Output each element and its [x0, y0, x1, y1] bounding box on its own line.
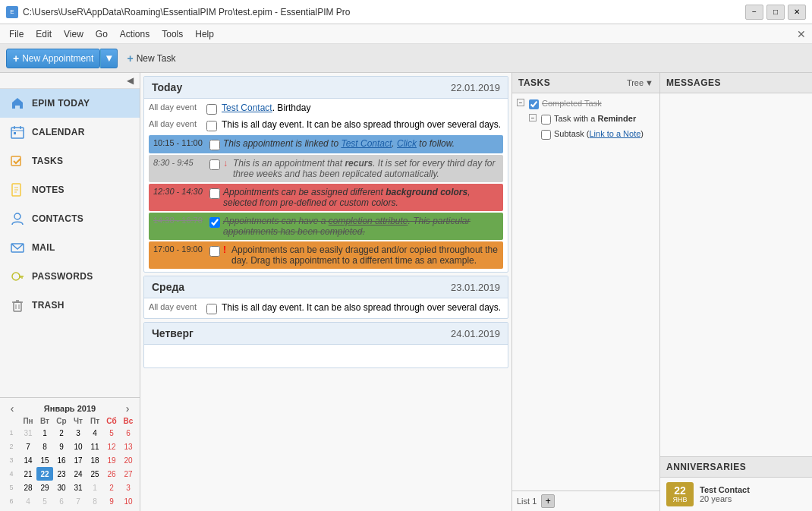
- add-list-button[interactable]: +: [541, 494, 555, 508]
- task-expand-completed[interactable]: −: [517, 99, 524, 106]
- minimize-button[interactable]: −: [745, 5, 763, 20]
- calendar-day[interactable]: 6: [53, 494, 70, 508]
- click-link[interactable]: Click: [397, 138, 417, 149]
- calendar-day[interactable]: 3: [70, 426, 87, 440]
- calendar-day[interactable]: 27: [120, 467, 137, 481]
- maximize-button[interactable]: □: [766, 5, 785, 20]
- mini-cal-prev-button[interactable]: ‹: [6, 402, 18, 415]
- calendar-day[interactable]: 10: [120, 494, 137, 508]
- close-button[interactable]: ✕: [788, 5, 806, 20]
- event-draggable[interactable]: 17:00 - 19:00 ! Appointments can be easi…: [149, 241, 503, 269]
- calendar-day[interactable]: 30: [53, 481, 70, 494]
- calendar-day[interactable]: 22: [36, 467, 53, 481]
- calendar-day[interactable]: 12: [103, 440, 120, 453]
- event-check-recurring[interactable]: [209, 159, 220, 170]
- calendar-day[interactable]: 10: [70, 440, 87, 453]
- task-expand-reminder[interactable]: −: [529, 114, 537, 121]
- menu-help[interactable]: Help: [189, 27, 220, 41]
- calendar-day[interactable]: 15: [36, 453, 53, 467]
- calendar-day[interactable]: 2: [53, 426, 70, 440]
- sidebar-item-contacts[interactable]: CONTACTS: [0, 204, 140, 233]
- event-check-linked[interactable]: [209, 140, 220, 150]
- tasks-view-button[interactable]: Tree ▼: [627, 78, 653, 87]
- test-contact-link-appt[interactable]: Test Contact: [341, 138, 392, 149]
- epim-today-label: EPIM TODAY: [32, 98, 90, 109]
- event-colors[interactable]: 12:30 - 14:30 Appointments can be assign…: [149, 184, 503, 211]
- menu-view[interactable]: View: [58, 27, 90, 41]
- new-appointment-dropdown[interactable]: ▼: [100, 49, 118, 68]
- calendar-day[interactable]: 4: [87, 426, 103, 440]
- calendar-day[interactable]: 24: [70, 467, 87, 481]
- event-linked[interactable]: 10:15 - 11:00 This appointment is linked…: [149, 135, 503, 153]
- calendar-day[interactable]: 1: [36, 426, 53, 440]
- sidebar-item-mail[interactable]: MAIL: [0, 233, 140, 262]
- calendar-day[interactable]: 18: [87, 453, 103, 467]
- calendar-day[interactable]: 31: [20, 426, 36, 440]
- calendar-day[interactable]: 4: [20, 494, 36, 508]
- event-recurring[interactable]: 8:30 - 9:45 ↓ This is an appointment tha…: [149, 155, 503, 182]
- anniversaries-title: ANNIVERSARIES: [666, 462, 746, 472]
- calendar-day[interactable]: 9: [53, 440, 70, 453]
- calendar-day[interactable]: 29: [36, 481, 53, 494]
- task-checkbox-completed[interactable]: [529, 99, 539, 109]
- menu-go[interactable]: Go: [90, 27, 114, 41]
- sidebar-item-calendar[interactable]: CALENDAR: [0, 118, 140, 147]
- calendar-day[interactable]: 8: [87, 494, 103, 508]
- sidebar-collapse-button[interactable]: ◀: [124, 74, 137, 87]
- calendar-day[interactable]: 7: [70, 494, 87, 508]
- calendar-day[interactable]: 5: [36, 494, 53, 508]
- calendar-day[interactable]: 20: [120, 453, 137, 467]
- event-check-completed[interactable]: [209, 217, 220, 228]
- agenda-panel: Today 22.01.2019 All day event Test Cont…: [140, 73, 512, 511]
- calendar-day[interactable]: 28: [20, 481, 36, 494]
- event-check-draggable[interactable]: [209, 246, 220, 257]
- menu-file[interactable]: File: [3, 27, 30, 41]
- sidebar-item-epim-today[interactable]: EPIM TODAY: [0, 89, 140, 118]
- calendar-day[interactable]: 14: [20, 453, 36, 467]
- subtask-link[interactable]: Link to a Note: [589, 129, 640, 138]
- list-label[interactable]: List 1: [517, 497, 537, 506]
- calendar-day[interactable]: 19: [103, 453, 120, 467]
- sidebar-item-tasks[interactable]: TASKS: [0, 147, 140, 175]
- panel-close-icon[interactable]: ✕: [794, 27, 809, 42]
- calendar-day[interactable]: 21: [20, 467, 36, 481]
- task-checkbox-subtask[interactable]: [541, 130, 551, 140]
- calendar-day[interactable]: 23: [53, 467, 70, 481]
- new-task-button[interactable]: + New Task: [121, 49, 181, 68]
- passwords-icon: [9, 268, 26, 285]
- sidebar-item-passwords[interactable]: PASSWORDS: [0, 262, 140, 291]
- calendar-day[interactable]: 17: [70, 453, 87, 467]
- mini-cal-next-button[interactable]: ›: [121, 402, 134, 415]
- menu-edit[interactable]: Edit: [30, 27, 58, 41]
- calendar-day[interactable]: 11: [87, 440, 103, 453]
- menu-tools[interactable]: Tools: [156, 27, 189, 41]
- event-check-allday2[interactable]: [206, 121, 217, 131]
- event-check-wed[interactable]: [206, 304, 217, 314]
- sidebar-item-notes[interactable]: NOTES: [0, 175, 140, 204]
- calendar-day[interactable]: 2: [103, 481, 120, 494]
- event-allday-wed: All day event This is all day event. It …: [144, 300, 508, 317]
- calendar-day[interactable]: 16: [53, 453, 70, 467]
- main-layout: ◀ EPIM TODAY CALENDAR TASKS: [0, 73, 812, 511]
- new-appointment-button[interactable]: + New Appointment: [6, 49, 100, 68]
- calendar-day[interactable]: 1: [87, 481, 103, 494]
- sidebar-item-trash[interactable]: TRASH: [0, 291, 140, 320]
- calendar-day[interactable]: 9: [103, 494, 120, 508]
- test-contact-link-birthday[interactable]: Test Contact: [222, 103, 272, 113]
- anniversaries-header: ANNIVERSARIES: [660, 456, 812, 478]
- calendar-day[interactable]: 5: [103, 426, 120, 440]
- event-completed[interactable]: 14:30 - 16:70 Appointments can have a co…: [149, 213, 503, 240]
- event-check-colors[interactable]: [209, 188, 220, 199]
- calendar-day[interactable]: 26: [103, 467, 120, 481]
- calendar-day[interactable]: 13: [120, 440, 137, 453]
- menu-actions[interactable]: Actions: [114, 27, 156, 41]
- calendar-day[interactable]: 7: [20, 440, 36, 453]
- week-number: 1: [3, 426, 20, 440]
- task-checkbox-reminder[interactable]: [541, 115, 551, 125]
- calendar-day[interactable]: 3: [120, 481, 137, 494]
- calendar-day[interactable]: 8: [36, 440, 53, 453]
- calendar-day[interactable]: 25: [87, 467, 103, 481]
- event-check-birthday[interactable]: [206, 104, 217, 115]
- calendar-day[interactable]: 31: [70, 481, 87, 494]
- calendar-day[interactable]: 6: [120, 426, 137, 440]
